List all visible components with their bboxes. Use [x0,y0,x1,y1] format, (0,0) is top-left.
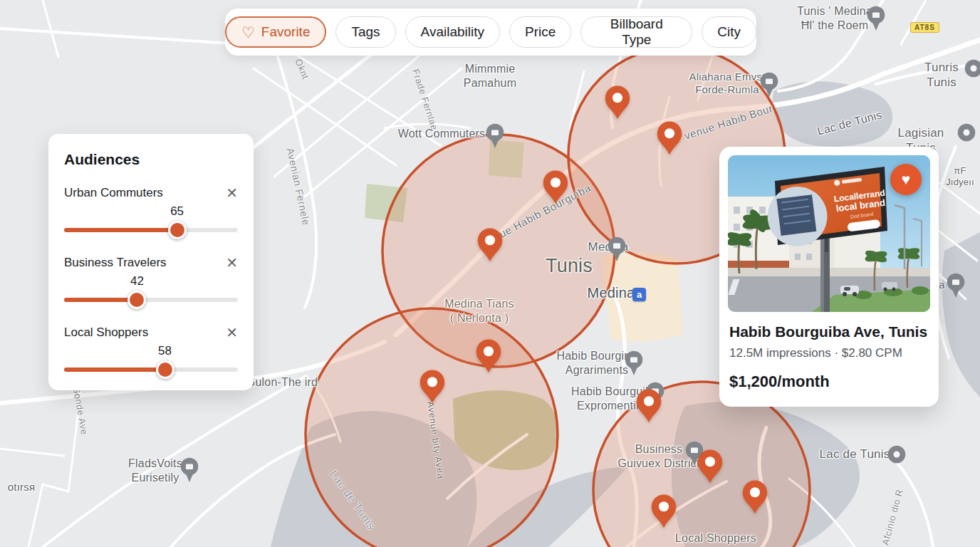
filter-pill-label: Tags [351,24,380,40]
street-label: Afcinio dio R [880,488,905,546]
poi-pin-castle-icon[interactable] [607,236,627,265]
map-place-label: πF Jıdyeıı [946,165,974,188]
map-place-label: Lac de Tunis [815,108,883,138]
map-place-label: Gulon-The ird [246,375,318,390]
poi-pin-dot-icon[interactable] [964,59,980,88]
map-place-label: Medina Tians ( Nerlonta ) [444,297,514,325]
remove-audience-icon[interactable]: ✕ [226,325,238,340]
heart-icon: ♥ [902,171,910,188]
billboard-map-pin[interactable] [635,388,662,424]
street-label: Lac de Tunis [328,468,378,533]
road-shield-badge: AT8S [910,22,939,33]
billboard-map-pin[interactable] [542,170,569,205]
billboard-map-pin[interactable] [475,338,502,374]
heart-outline-icon: ♡ [241,25,255,40]
billboard-map-pin[interactable] [741,479,768,515]
audience-slider-fill [64,228,177,232]
poi-pin-shop-icon[interactable] [759,72,779,100]
filter-pills: ♡FavoriteTagsAvailabilityPriceBillboard … [225,16,756,48]
map-place-label: Mimmmie Pamahum [464,62,516,90]
audience-slider-fill [64,298,137,302]
poi-pin-dot-icon[interactable] [956,123,976,152]
filter-pill-city[interactable]: City [702,16,756,48]
map-place-label: Tunris Tunis [922,61,961,90]
billboard-map-pin[interactable] [697,449,724,484]
billboard-photo: Locallerrand local brand Dod brand ♥ [728,155,930,312]
filter-bar: ♡FavoriteTagsAvailabilityPriceBillboard … [225,9,756,56]
audience-row: Business Travelers✕42 [64,255,238,308]
listing-price: $1,200/month [729,373,929,391]
audience-label: Urban Commuters [64,186,163,200]
audience-slider-fill [64,368,165,372]
filter-pill-billboard-type[interactable]: Billboard Type [580,16,692,48]
listing-card[interactable]: Locallerrand local brand Dod brand ♥ Hab… [719,147,939,407]
audience-label: Business Travelers [64,256,167,270]
street-label: venue Habib Bour [683,102,775,142]
remove-audience-icon[interactable]: ✕ [226,186,238,200]
map-place-label: Medina [588,284,635,301]
map-place-label: FladsVoits Eurisetily [128,457,182,484]
listing-title: Habib Bourguiba Ave, Tunis [729,323,929,340]
filter-pill-label: Billboard Type [596,16,677,48]
audience-value: 58 [158,344,172,358]
poi-pin-museum-icon[interactable] [179,457,199,486]
map-place-label: Local Shoppers [675,531,756,546]
audience-slider-thumb[interactable] [156,360,174,379]
map-place-label: Tunis ' Medina Ħl' the Roem [797,4,872,32]
map-place-label: otırsя [8,481,36,494]
audience-row: Local Shoppers✕58 [64,325,238,377]
street-label: Oknt [293,57,311,80]
street-label: Frade Fernlae [410,68,440,132]
filter-pill-availability[interactable]: Availability [405,16,500,48]
billboard-map-pin[interactable] [656,120,683,156]
street-label: Avenian Fernele [285,147,313,226]
filter-pill-favorite[interactable]: ♡Favorite [225,16,326,48]
audience-value: 42 [130,274,144,288]
map-place-label: Aliahana Emvst Forde-Rumla [689,71,765,97]
filter-pill-label: Favorite [261,24,311,40]
audience-slider-thumb[interactable] [168,221,187,239]
poi-pin-dot-icon[interactable] [887,445,907,474]
listing-meta: 12.5M impressions · $2.80 CPM [729,346,929,360]
remove-audience-icon[interactable]: ✕ [226,256,238,270]
audience-value: 65 [170,204,184,219]
map-place-label: Tunis [546,254,593,278]
poi-pin-bus-icon[interactable] [946,273,966,301]
audiences-title: Audiences [64,151,238,168]
filter-pill-tags[interactable]: Tags [335,16,395,48]
map-place-label: Wott Commuters [398,127,486,141]
audience-sliders: Urban Commuters✕65Business Travelers✕42L… [64,185,238,377]
metro-station-icon[interactable]: a [632,288,646,301]
poi-pin-building-icon[interactable] [624,350,644,379]
favorite-button[interactable]: ♥ [890,164,922,195]
audience-row: Urban Commuters✕65 [64,185,238,238]
billboard-map-pin[interactable] [419,369,446,405]
billboard-map-pin[interactable] [476,227,504,263]
map-place-label: Lac de Tunis [820,447,890,462]
audience-slider-thumb[interactable] [127,291,146,309]
poi-pin-museum-icon[interactable] [866,6,886,34]
audience-slider-track[interactable] [64,228,238,232]
filter-pill-price[interactable]: Price [509,16,571,48]
street-label: Avenue bity Avea [425,401,447,480]
audience-slider-track[interactable] [64,298,238,302]
audience-label: Local Shoppers [64,325,148,340]
filter-pill-label: Availability [421,24,484,40]
audiences-panel: Audiences Urban Commuters✕65Business Tra… [48,134,254,390]
street-label: Sonde Ave [71,386,90,436]
filter-pill-label: City [717,24,741,40]
audience-slider-track[interactable] [64,368,238,372]
poi-pin-people-icon[interactable] [485,123,505,152]
filter-pill-label: Price [525,24,556,40]
billboard-map-pin[interactable] [604,85,631,120]
billboard-map-pin[interactable] [650,494,677,529]
